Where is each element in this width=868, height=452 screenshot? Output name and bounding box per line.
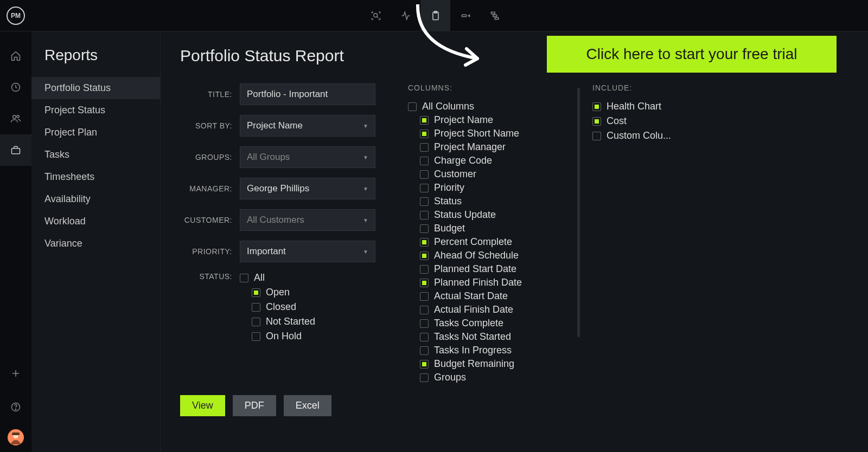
checkbox-icon bbox=[252, 288, 260, 297]
home-icon[interactable] bbox=[0, 40, 31, 72]
status-option-label: All bbox=[254, 272, 265, 283]
column-checkbox[interactable]: Priority bbox=[420, 182, 560, 193]
user-avatar[interactable] bbox=[8, 429, 24, 445]
title-label: TITLE: bbox=[180, 90, 240, 99]
column-label: Customer bbox=[434, 169, 476, 180]
include-checkbox[interactable]: Cost bbox=[592, 115, 701, 127]
checkbox-icon bbox=[420, 238, 429, 247]
add-icon[interactable] bbox=[0, 358, 31, 389]
column-checkbox[interactable]: Actual Start Date bbox=[420, 290, 560, 302]
include-label: Cost bbox=[607, 115, 627, 127]
view-button[interactable]: View bbox=[180, 395, 225, 416]
include-checkbox[interactable]: Custom Colu... bbox=[592, 130, 701, 141]
title-input[interactable]: Portfolio - Important bbox=[240, 83, 375, 105]
excel-button[interactable]: Excel bbox=[284, 395, 331, 416]
column-checkbox[interactable]: Tasks Complete bbox=[420, 318, 560, 329]
nav-rail bbox=[0, 31, 31, 452]
column-label: Ahead Of Schedule bbox=[434, 250, 519, 261]
column-label: Budget bbox=[434, 223, 465, 234]
sidebar-item-project-status[interactable]: Project Status bbox=[31, 99, 160, 121]
priority-select[interactable]: Important▼ bbox=[240, 241, 375, 262]
status-option[interactable]: All bbox=[240, 272, 375, 283]
svg-point-9 bbox=[17, 115, 19, 118]
free-trial-cta[interactable]: Click here to start your free trial bbox=[547, 36, 837, 73]
svg-point-8 bbox=[13, 115, 16, 119]
manager-select[interactable]: George Phillips▼ bbox=[240, 178, 375, 199]
column-checkbox[interactable]: Budget Remaining bbox=[420, 358, 560, 370]
checkbox-icon bbox=[240, 274, 248, 282]
filters-panel: TITLE: Portfolio - Important SORT BY: Pr… bbox=[180, 83, 375, 385]
column-checkbox[interactable]: Tasks In Progress bbox=[420, 345, 560, 356]
checkbox-icon bbox=[252, 332, 260, 341]
customer-select[interactable]: All Customers▼ bbox=[240, 209, 375, 231]
checkbox-icon bbox=[420, 265, 429, 274]
column-label: Project Manager bbox=[434, 141, 506, 153]
sort-select[interactable]: Project Name▼ bbox=[240, 115, 375, 137]
column-label: Project Short Name bbox=[434, 128, 519, 139]
checkbox-icon bbox=[252, 303, 260, 312]
column-checkbox[interactable]: Tasks Not Started bbox=[420, 331, 560, 343]
checkbox-icon bbox=[420, 116, 429, 125]
status-option[interactable]: Open bbox=[252, 287, 375, 298]
clipboard-icon[interactable] bbox=[420, 0, 450, 31]
sidebar-item-timesheets[interactable]: Timesheets bbox=[31, 166, 160, 188]
checkbox-icon bbox=[408, 102, 417, 111]
checkbox-icon bbox=[252, 318, 260, 326]
column-checkbox[interactable]: Planned Finish Date bbox=[420, 277, 560, 288]
column-checkbox[interactable]: Status bbox=[420, 196, 560, 207]
column-checkbox[interactable]: Project Name bbox=[420, 114, 560, 126]
column-checkbox[interactable]: Actual Finish Date bbox=[420, 304, 560, 315]
sidebar-item-workload[interactable]: Workload bbox=[31, 210, 160, 233]
column-checkbox[interactable]: Budget bbox=[420, 223, 560, 234]
status-option-label: On Hold bbox=[266, 331, 302, 342]
activity-icon[interactable] bbox=[391, 0, 420, 31]
checkbox-icon bbox=[592, 132, 601, 140]
checkbox-icon bbox=[420, 279, 429, 287]
column-checkbox[interactable]: Percent Complete bbox=[420, 236, 560, 248]
include-checkbox[interactable]: Health Chart bbox=[592, 101, 701, 112]
checkbox-icon bbox=[420, 130, 429, 138]
sidebar-item-variance[interactable]: Variance bbox=[31, 233, 160, 255]
column-label: Budget Remaining bbox=[434, 358, 514, 370]
roadmap-icon[interactable] bbox=[480, 0, 510, 31]
column-checkbox[interactable]: Customer bbox=[420, 169, 560, 180]
column-checkbox[interactable]: Charge Code bbox=[420, 155, 560, 166]
groups-select[interactable]: All Groups▼ bbox=[240, 146, 375, 168]
milestone-icon[interactable] bbox=[450, 0, 480, 31]
column-label: Charge Code bbox=[434, 155, 492, 166]
column-label: Status Update bbox=[434, 209, 496, 221]
status-option-label: Not Started bbox=[266, 316, 315, 327]
pdf-button[interactable]: PDF bbox=[233, 395, 276, 416]
checkbox-icon bbox=[420, 292, 429, 301]
checkbox-icon bbox=[420, 333, 429, 341]
users-icon[interactable] bbox=[0, 103, 31, 134]
column-label: All Columns bbox=[422, 101, 474, 112]
status-option[interactable]: Closed bbox=[252, 301, 375, 313]
sidebar-item-availability[interactable]: Availability bbox=[31, 188, 160, 210]
column-checkbox[interactable]: Project Manager bbox=[420, 141, 560, 153]
column-checkbox[interactable]: Ahead Of Schedule bbox=[420, 250, 560, 261]
search-scan-icon[interactable] bbox=[361, 0, 391, 31]
help-icon[interactable] bbox=[0, 391, 31, 423]
include-label: Health Chart bbox=[607, 101, 661, 112]
sidebar-item-portfolio-status[interactable]: Portfolio Status bbox=[31, 77, 160, 99]
svg-rect-3 bbox=[462, 15, 466, 16]
column-checkbox[interactable]: Project Short Name bbox=[420, 128, 560, 139]
column-all-checkbox[interactable]: All Columns bbox=[408, 101, 560, 112]
status-option[interactable]: Not Started bbox=[252, 316, 375, 327]
column-checkbox[interactable]: Planned Start Date bbox=[420, 263, 560, 275]
sidebar-item-project-plan[interactable]: Project Plan bbox=[31, 121, 160, 144]
status-option-label: Open bbox=[266, 287, 290, 298]
status-option[interactable]: On Hold bbox=[252, 331, 375, 342]
column-checkbox[interactable]: Status Update bbox=[420, 209, 560, 221]
column-label: Planned Start Date bbox=[434, 263, 516, 275]
app-logo[interactable]: PM bbox=[0, 7, 31, 25]
checkbox-icon bbox=[420, 157, 429, 165]
briefcase-icon[interactable] bbox=[0, 134, 31, 166]
sidebar-item-tasks[interactable]: Tasks bbox=[31, 144, 160, 166]
clock-icon[interactable] bbox=[0, 72, 31, 103]
reports-sidebar: Reports Portfolio StatusProject StatusPr… bbox=[31, 31, 161, 452]
column-label: Priority bbox=[434, 182, 464, 193]
column-checkbox[interactable]: Groups bbox=[420, 372, 560, 383]
svg-rect-4 bbox=[491, 12, 495, 14]
